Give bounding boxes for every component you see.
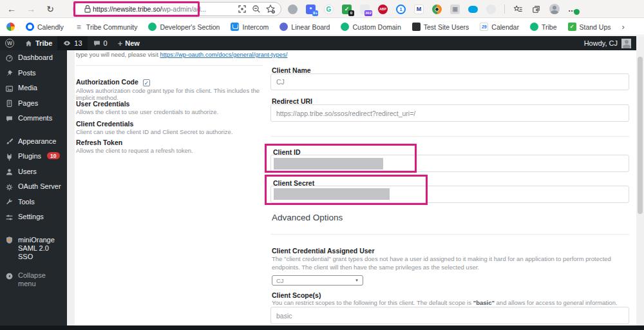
cloud-extension-icon[interactable] [468, 5, 478, 14]
update-badge [574, 9, 580, 15]
ghost-extension-icon[interactable] [486, 5, 496, 14]
screenshot-extension-icon[interactable]: *9+ [306, 5, 316, 14]
address-bar[interactable]: https://newsite.tribe.so/ wp-admin/ad... [73, 2, 281, 16]
grant-types-intro: type you will need, please visit https:/… [76, 51, 287, 58]
sidebar-item-miniorange-saml[interactable]: miniOrange SAML 2.0 SSO [0, 233, 67, 265]
globe-extension-icon[interactable] [288, 5, 298, 14]
grant-title: User Credentials [76, 100, 129, 108]
bookmark-test-site-users[interactable]: Test Site Users [412, 23, 469, 31]
sidebar-label: Appearance [18, 137, 56, 146]
sidebar-item-oauth-server[interactable]: OAuth Server [0, 179, 67, 195]
grant-title: Client Credentials [76, 120, 133, 128]
bookmark-label: Tribe Community [86, 23, 138, 31]
favorites-bar-icon[interactable] [513, 5, 523, 14]
new-content-menu[interactable]: + New [113, 36, 145, 50]
misc-extension-icon[interactable]: ▣ [450, 5, 460, 14]
mail-extension-icon[interactable]: M [414, 5, 424, 14]
client-scopes-input[interactable] [270, 307, 629, 324]
eye-icon [62, 39, 71, 48]
redirect-uri-input[interactable] [270, 104, 629, 122]
colorpicker-extension-icon[interactable] [432, 5, 442, 14]
selected-user: CJ [276, 277, 284, 284]
checker-badge: 0 [348, 10, 354, 16]
bookmarks-bar: Calendly ≡Tribe Community Developer's Se… [0, 19, 644, 35]
profile-avatar[interactable] [549, 4, 560, 14]
bookmark-calendar[interactable]: 29Calendar [480, 23, 519, 31]
sidebar-item-comments[interactable]: Comments [0, 111, 67, 126]
bookmark-stand-ups[interactable]: ✓Stand Ups [568, 23, 611, 31]
view-counter[interactable]: 13 [57, 36, 87, 50]
grant-desc: Client can use the client ID and Client … [76, 128, 269, 135]
pushpin-icon [5, 69, 14, 77]
sidebar-label: Pages [18, 99, 38, 108]
bookmark-calendly[interactable]: Calendly [26, 23, 64, 31]
site-name-menu[interactable]: Tribe [19, 36, 57, 50]
divider [76, 65, 263, 66]
redirect-path-extension-icon[interactable]: 302 [360, 5, 370, 14]
collections-icon[interactable] [531, 5, 541, 14]
sidebar-item-plugins[interactable]: Plugins 10 [0, 149, 67, 164]
wp-admin-bar: W Tribe 13 0 + New Howdy, CJ [0, 36, 636, 50]
redirect-path-badge: 302 [365, 10, 372, 16]
adblock-extension-icon[interactable]: ABP [378, 5, 388, 14]
wrench-icon [5, 198, 14, 206]
sidebar-item-appearance[interactable]: Appearance [0, 134, 67, 150]
bookmark-label: Linear Board [291, 23, 330, 31]
lock-icon [82, 4, 93, 14]
forward-button[interactable]: → [23, 4, 39, 14]
content-gutter [67, 50, 75, 325]
back-button[interactable]: ← [4, 4, 19, 14]
comments-icon [5, 115, 14, 123]
bookmark-custom-domain[interactable]: Custom Domain [341, 23, 401, 31]
sidebar-label: Media [18, 84, 37, 92]
collapse-menu-button[interactable]: Collapse menu [0, 268, 67, 291]
sidebar-item-tools[interactable]: Tools [0, 195, 67, 210]
grant-desc: Allows authorization code grant type for… [76, 87, 269, 101]
sidebar-item-posts[interactable]: Posts [0, 66, 67, 81]
client-name-input[interactable] [270, 73, 629, 90]
comments-menu[interactable]: 0 [88, 36, 113, 50]
wp-logo-menu[interactable]: W [0, 36, 19, 50]
sidebar-label: Collapse menu [18, 271, 62, 288]
scopes-desc-text: and allows for access to general informa… [495, 299, 618, 306]
grammarly-extension-icon[interactable]: G [324, 5, 334, 14]
bookmark-label: Tribe [542, 23, 557, 31]
account-menu[interactable]: Howdy, CJ [584, 39, 636, 48]
zoom-out-icon[interactable] [251, 4, 261, 14]
client-scopes-label: Client Scope(s) [272, 291, 321, 299]
url-path: wp-admin/ad... [162, 5, 206, 13]
bookmark-developers-section[interactable]: Developer's Section [148, 23, 220, 31]
wp-sidebar-menu: Dashboard Posts Media Pages Comments App… [0, 50, 67, 325]
page-scrollbar[interactable] [636, 36, 644, 325]
sliders-icon [5, 213, 14, 222]
tab-grid-icon[interactable] [237, 4, 247, 14]
green-dot-icon [530, 23, 538, 31]
sidebar-separator [0, 225, 67, 233]
bookmark-linear-board[interactable]: Linear Board [279, 23, 330, 31]
settings-menu-button[interactable]: … [568, 5, 576, 14]
sidebar-item-media[interactable]: Media [0, 81, 67, 96]
bookmark-tribe[interactable]: Tribe [530, 23, 557, 31]
bookmark-intercom[interactable]: Intercom [231, 23, 269, 31]
bookmark-label: Stand Ups [580, 23, 611, 31]
scrollbar-thumb[interactable] [638, 57, 643, 214]
grant-desc: Allows the client to request a refresh t… [76, 147, 269, 154]
password-extension-icon[interactable]: 1 [396, 5, 406, 14]
bookmark-tribe-community[interactable]: ≡Tribe Community [75, 23, 138, 31]
bookmarks-overflow-button[interactable]: › [622, 22, 625, 32]
assigned-user-select[interactable]: CJ ▼ [272, 275, 363, 286]
authorization-code-checkbox[interactable]: ✓ [143, 79, 150, 86]
pages-icon [5, 99, 14, 108]
screen: ← → ↻ https://newsite.tribe.so/ wp-admin… [0, 0, 644, 330]
bookmark-label: Developer's Section [160, 23, 220, 31]
sidebar-item-pages[interactable]: Pages [0, 96, 67, 112]
checker-extension-icon[interactable]: ✓0 [342, 5, 352, 14]
sidebar-item-users[interactable]: Users [0, 164, 67, 180]
favorite-star-icon[interactable] [265, 4, 276, 14]
divider [270, 136, 629, 137]
sidebar-item-dashboard[interactable]: Dashboard [0, 50, 67, 66]
docs-link[interactable]: https://wp-oauth.com/docs/general/grant-… [160, 51, 287, 58]
google-bookmark-icon[interactable] [6, 23, 15, 31]
sidebar-item-settings[interactable]: Settings [0, 209, 67, 225]
refresh-button[interactable]: ↻ [43, 4, 58, 14]
